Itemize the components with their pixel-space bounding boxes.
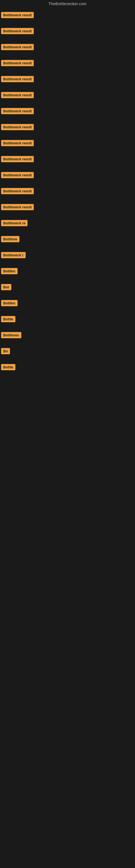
result-row: Bottleneck result [0,42,135,52]
bottleneck-badge[interactable]: Bottleneck result [1,92,34,98]
bottleneck-badge[interactable]: Bottle [1,364,15,370]
bottleneck-badge[interactable]: Bottleneck result [1,124,34,130]
bottleneck-badge[interactable]: Bottleneck result [1,76,34,82]
result-row: Bottleneck result [0,138,135,148]
result-row: Bottleneck result [0,203,135,212]
result-row: Bottleneck r [0,250,135,260]
result-row: Bottleneck result [0,154,135,164]
result-row: Bottlene [0,235,135,244]
bottleneck-badge[interactable]: Bottleneck re [1,220,28,226]
result-row: Bottleneck result [0,122,135,132]
result-row: Bottleneck result [0,106,135,116]
bottleneck-badge[interactable]: Bottlenec [1,332,21,338]
result-row: Bottleneck result [0,186,135,196]
result-row: Bo [0,346,135,356]
bottleneck-badge[interactable]: Bottleneck result [1,140,34,146]
result-row: Bottlenec [0,330,135,340]
bottleneck-badge[interactable]: Bottlen [1,300,17,306]
bottleneck-badge[interactable]: Bottlene [1,236,19,242]
bottleneck-badge[interactable]: Bottle [1,316,15,322]
bottleneck-badge[interactable]: Bot [1,284,11,290]
result-row: Bottle [0,314,135,324]
bottleneck-badge[interactable]: Bottlen [1,268,17,274]
bottleneck-badge[interactable]: Bottleneck result [1,28,34,34]
bottleneck-badge[interactable]: Bottleneck result [1,60,34,66]
bottleneck-badge[interactable]: Bottleneck result [1,204,34,210]
result-row: Bottleneck result [0,58,135,68]
site-title: TheBottlenecker.com [0,0,135,8]
result-row: Bottle [0,362,135,372]
bottleneck-badge[interactable]: Bottleneck result [1,12,34,18]
bottleneck-badge[interactable]: Bottleneck result [1,108,34,114]
bottleneck-badge[interactable]: Bottleneck result [1,156,34,162]
result-row: Bottlen [0,299,135,308]
result-row: Bottleneck result [0,74,135,84]
result-row: Bottlen [0,267,135,276]
result-row: Bottleneck result [0,90,135,100]
result-row: Bottleneck result [0,10,135,20]
bottleneck-badge[interactable]: Bo [1,348,10,354]
bottleneck-badge[interactable]: Bottleneck result [1,44,34,50]
result-row: Bottleneck result [0,170,135,180]
bottleneck-badge[interactable]: Bottleneck result [1,188,34,194]
bottleneck-badge[interactable]: Bottleneck result [1,172,34,178]
result-row: Bottleneck re [0,218,135,228]
result-row: Bottleneck result [0,26,135,36]
bottleneck-badge[interactable]: Bottleneck r [1,252,26,258]
result-row: Bot [0,282,135,292]
